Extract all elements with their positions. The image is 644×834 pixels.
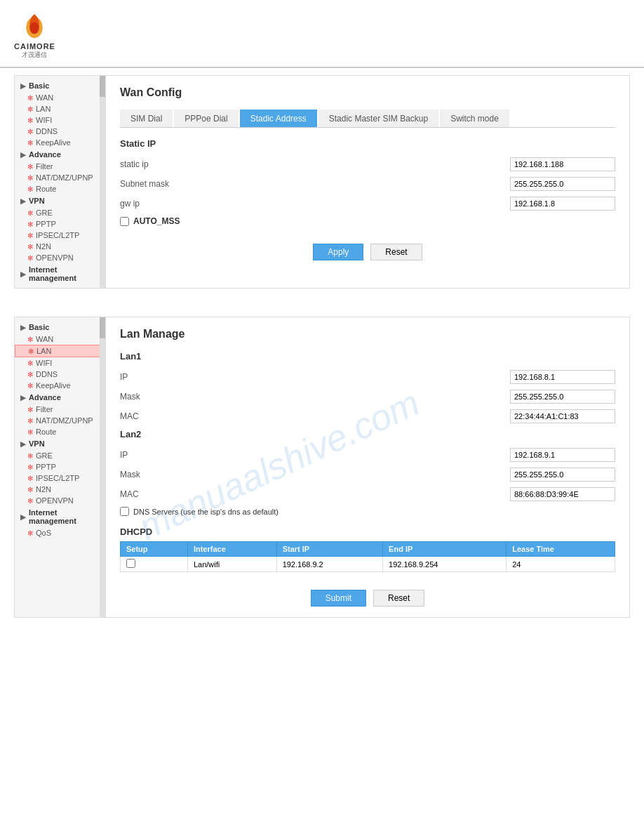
wifi-icon-ipsec: ✻ bbox=[27, 232, 33, 239]
sidebar-item-n2n[interactable]: ✻N2N bbox=[15, 241, 105, 252]
auto-mss-checkbox[interactable] bbox=[120, 217, 129, 226]
icon-ddns2: ✻ bbox=[27, 371, 33, 378]
icon-wan2: ✻ bbox=[27, 336, 33, 343]
static-ip-row: static ip bbox=[120, 157, 615, 171]
dhcpd-title: DHCPD bbox=[120, 527, 615, 537]
wan-config-content: Wan Config SIM Dial PPPoe Dial Stadic Ad… bbox=[106, 76, 629, 288]
arrow2-icon: ▶ bbox=[20, 324, 26, 331]
lan1-mask-input[interactable] bbox=[510, 390, 615, 404]
reset-button-1[interactable]: Reset bbox=[370, 244, 422, 260]
subnet-mask-input[interactable] bbox=[510, 177, 615, 191]
tab-switch-mode[interactable]: Switch mode bbox=[440, 110, 509, 127]
sidebar-item-filter[interactable]: ✻Filter bbox=[15, 161, 105, 172]
arrow2-vpn: ▶ bbox=[20, 440, 26, 448]
lan2-mask-input[interactable] bbox=[510, 468, 615, 482]
wan-config-title: Wan Config bbox=[120, 86, 615, 99]
submit-button[interactable]: Submit bbox=[311, 590, 366, 607]
lan1-mac-input[interactable] bbox=[510, 409, 615, 423]
sidebar2-item-openvpn[interactable]: ✻OPENVPN bbox=[15, 495, 105, 506]
sidebar2-item-nat[interactable]: ✻NAT/DMZ/UPNP bbox=[15, 415, 105, 426]
tab-sim-dial[interactable]: SIM Dial bbox=[120, 110, 173, 127]
col-interface: Interface bbox=[187, 542, 276, 557]
sidebar-item-wan[interactable]: ✻WAN bbox=[15, 92, 105, 103]
tab-pppoe-dial[interactable]: PPPoe Dial bbox=[174, 110, 238, 127]
lan2-mac-input[interactable] bbox=[510, 487, 615, 501]
col-lease-time: Lease Time bbox=[507, 542, 615, 557]
scrollbar-1[interactable] bbox=[100, 76, 105, 288]
wifi-icon-pptp: ✻ bbox=[27, 220, 33, 228]
lan2-ip-label: IP bbox=[120, 450, 204, 460]
header: CAIMORE 才茂通信 bbox=[0, 0, 644, 68]
dns-checkbox[interactable] bbox=[120, 507, 129, 516]
tab-stadic-master[interactable]: Stadic Master SIM Backup bbox=[318, 110, 438, 127]
cell-interface: Lan/wifi bbox=[187, 557, 276, 572]
sidebar2-item-wan[interactable]: ✻WAN bbox=[15, 333, 105, 345]
row-checkbox[interactable] bbox=[126, 559, 135, 568]
sidebar-item-openvpn[interactable]: ✻OPENVPN bbox=[15, 252, 105, 263]
wan-config-panel: ▶ Basic ✻WAN ✻LAN ✻WIFI ✻DDNS ✻KeepAlive… bbox=[14, 75, 630, 289]
sidebar2-group-internet[interactable]: ▶ Internet management bbox=[15, 506, 105, 527]
sidebar2-item-lan[interactable]: ✻LAN bbox=[15, 345, 105, 357]
sidebar-item-lan[interactable]: ✻LAN bbox=[15, 103, 105, 114]
icon-ipsec2: ✻ bbox=[27, 475, 33, 482]
sidebar-item-route[interactable]: ✻Route bbox=[15, 183, 105, 194]
sidebar-item-pptp[interactable]: ✻PPTP bbox=[15, 218, 105, 230]
lan2-ip-input[interactable] bbox=[510, 448, 615, 462]
lan1-mask-row: Mask bbox=[120, 390, 615, 404]
sidebar2-item-gre[interactable]: ✻GRE bbox=[15, 450, 105, 461]
sidebar2-item-keepalive[interactable]: ✻KeepAlive bbox=[15, 380, 105, 391]
gw-ip-input[interactable] bbox=[510, 197, 615, 211]
reset-button-2[interactable]: Reset bbox=[373, 590, 424, 607]
sidebar-item-wifi[interactable]: ✻WIFI bbox=[15, 114, 105, 126]
subnet-mask-label: Subnet mask bbox=[120, 179, 204, 189]
wifi-icon: ✻ bbox=[27, 94, 33, 102]
tab-stadic-address[interactable]: Stadic Address bbox=[240, 110, 317, 127]
sidebar-item-nat[interactable]: ✻NAT/DMZ/UPNP bbox=[15, 172, 105, 183]
col-setup: Setup bbox=[121, 542, 188, 557]
apply-button[interactable]: Apply bbox=[313, 244, 363, 260]
sidebar-item-keepalive[interactable]: ✻KeepAlive bbox=[15, 137, 105, 148]
sidebar2-item-pptp[interactable]: ✻PPTP bbox=[15, 461, 105, 472]
wifi-icon-openvpn: ✻ bbox=[27, 254, 33, 262]
sidebar-group-advance[interactable]: ▶ Advance bbox=[15, 148, 105, 161]
arrow-icon: ▶ bbox=[20, 82, 26, 90]
static-ip-label: static ip bbox=[120, 159, 204, 169]
scrollbar-2[interactable] bbox=[100, 317, 105, 617]
lan1-mask-label: Mask bbox=[120, 392, 204, 402]
icon-route2: ✻ bbox=[27, 428, 33, 436]
icon-lan2: ✻ bbox=[28, 348, 34, 355]
sidebar-item-gre[interactable]: ✻GRE bbox=[15, 207, 105, 218]
sidebar2-item-route[interactable]: ✻Route bbox=[15, 426, 105, 437]
wifi-icon-filter: ✻ bbox=[27, 163, 33, 171]
static-ip-input[interactable] bbox=[510, 157, 615, 171]
sidebar-group-vpn[interactable]: ▶ VPN bbox=[15, 194, 105, 207]
sidebar2-item-qos[interactable]: ✻QoS bbox=[15, 527, 105, 538]
arrow-icon-advance: ▶ bbox=[20, 151, 26, 159]
sidebar-group-basic[interactable]: ▶ Basic bbox=[15, 79, 105, 92]
icon-n2n2: ✻ bbox=[27, 486, 33, 494]
lan1-title: Lan1 bbox=[120, 351, 615, 362]
sidebar-item-ipsec[interactable]: ✻IPSEC/L2TP bbox=[15, 230, 105, 241]
icon-keepalive2: ✻ bbox=[27, 382, 33, 390]
sidebar2-group-basic[interactable]: ▶ Basic bbox=[15, 321, 105, 333]
sidebar2-item-ddns[interactable]: ✻DDNS bbox=[15, 369, 105, 380]
arrow2-advance: ▶ bbox=[20, 394, 26, 402]
sidebar-2: ▶ Basic ✻WAN ✻LAN ✻WIFI ✻DDNS ✻KeepAlive… bbox=[15, 317, 106, 617]
lan1-ip-input[interactable] bbox=[510, 370, 615, 384]
arrow-icon-vpn: ▶ bbox=[20, 197, 26, 205]
subnet-mask-row: Subnet mask bbox=[120, 177, 615, 191]
table-row: Lan/wifi 192.168.9.2 192.168.9.254 24 bbox=[121, 557, 615, 572]
static-ip-title: Static IP bbox=[120, 138, 615, 149]
sidebar2-item-filter[interactable]: ✻Filter bbox=[15, 404, 105, 415]
wifi-icon-gre: ✻ bbox=[27, 209, 33, 217]
icon-gre2: ✻ bbox=[27, 452, 33, 460]
sidebar2-item-n2n[interactable]: ✻N2N bbox=[15, 484, 105, 495]
sidebar2-item-wifi[interactable]: ✻WIFI bbox=[15, 357, 105, 369]
sidebar2-item-ipsec[interactable]: ✻IPSEC/L2TP bbox=[15, 472, 105, 484]
sidebar-group-internet[interactable]: ▶ Internet management bbox=[15, 263, 105, 284]
wifi-icon-ddns: ✻ bbox=[27, 128, 33, 135]
auto-mss-label: AUTO_MSS bbox=[133, 216, 180, 226]
sidebar2-group-vpn[interactable]: ▶ VPN bbox=[15, 437, 105, 450]
sidebar2-group-advance[interactable]: ▶ Advance bbox=[15, 391, 105, 404]
sidebar-item-ddns[interactable]: ✻DDNS bbox=[15, 126, 105, 137]
